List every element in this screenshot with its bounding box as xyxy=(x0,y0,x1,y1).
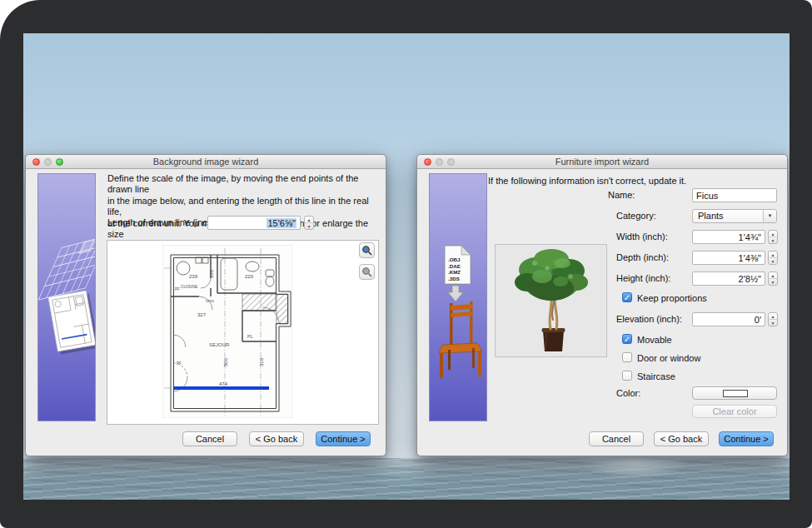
minimize-button[interactable] xyxy=(44,158,52,166)
continue-button[interactable]: Continue > xyxy=(719,431,774,446)
keep-proportions-label: Keep proportions xyxy=(637,293,707,303)
color-picker-button[interactable] xyxy=(692,386,777,400)
selected-value: 15'6⅝" xyxy=(267,218,296,228)
height-input[interactable] xyxy=(692,271,765,286)
ocean-horizon xyxy=(23,458,790,500)
wizard-sidebar-illustration: .OBJ .DAE .KMZ .3DS xyxy=(429,173,487,421)
height-label: Height (inch): xyxy=(616,271,670,286)
zoom-in-icon xyxy=(361,245,372,256)
color-swatch xyxy=(723,390,748,397)
category-value: Plants xyxy=(698,211,724,221)
svg-text:.KMZ: .KMZ xyxy=(448,269,461,275)
cancel-button[interactable]: Cancel xyxy=(589,431,644,446)
svg-text:PF: PF xyxy=(177,361,182,366)
titlebar[interactable]: Background image wizard xyxy=(26,155,386,169)
go-back-button[interactable]: < Go back xyxy=(654,431,709,446)
zoom-out-button[interactable] xyxy=(359,264,375,280)
category-dropdown[interactable]: Plants ▼ xyxy=(692,209,777,223)
svg-text:PF: PF xyxy=(175,287,180,291)
stepper-down-icon[interactable]: ▼ xyxy=(305,223,313,230)
stepper-up-icon[interactable]: ▲ xyxy=(305,217,313,223)
svg-text:319: 319 xyxy=(259,357,264,366)
keep-proportions-checkbox[interactable]: ✓ xyxy=(622,292,632,302)
staircase-checkbox[interactable] xyxy=(622,371,632,381)
close-button[interactable] xyxy=(424,158,431,166)
depth-input[interactable] xyxy=(692,251,765,265)
color-label: Color: xyxy=(616,386,640,401)
chevron-down-icon: ▼ xyxy=(763,210,776,222)
movable-label: Movable xyxy=(637,335,672,345)
name-input[interactable] xyxy=(692,188,777,202)
door-or-window-label: Door or window xyxy=(637,353,700,363)
svg-text:vmc: vmc xyxy=(206,298,214,303)
floorplan-perspective-art xyxy=(38,174,95,421)
name-label: Name: xyxy=(608,188,635,202)
staircase-label: Staircase xyxy=(637,371,675,381)
svg-text:.DAE: .DAE xyxy=(448,263,461,269)
svg-text:220: 220 xyxy=(245,274,254,279)
clear-color-button[interactable]: Clear color xyxy=(692,405,777,418)
zoom-in-button[interactable] xyxy=(359,242,375,258)
elevation-label: Elevation (inch): xyxy=(616,312,682,326)
width-stepper[interactable]: ▲▼ xyxy=(768,230,778,244)
length-stepper[interactable]: ▲▼ xyxy=(304,216,314,230)
elevation-input[interactable] xyxy=(692,312,765,326)
titlebar[interactable]: Furniture import wizard xyxy=(417,155,787,169)
minimize-button[interactable] xyxy=(436,158,443,166)
svg-text:.3DS: .3DS xyxy=(448,276,460,281)
continue-button[interactable]: Continue > xyxy=(316,431,371,446)
close-button[interactable] xyxy=(32,158,40,166)
maximize-button[interactable] xyxy=(56,158,63,166)
svg-text:474: 474 xyxy=(219,381,228,386)
intro-text: If the following information isn't corre… xyxy=(488,176,780,187)
window-title: Furniture import wizard xyxy=(417,155,787,169)
svg-text:506: 506 xyxy=(223,357,228,366)
model-import-art: .OBJ .DAE .KMZ .3DS xyxy=(430,174,486,421)
width-label: Width (inch): xyxy=(616,230,668,244)
height-stepper[interactable]: ▲▼ xyxy=(768,271,778,286)
ficus-preview-image xyxy=(496,245,606,356)
model-preview-panel[interactable] xyxy=(495,244,607,357)
screen-frame: Background image wizard xyxy=(0,0,812,528)
window-title: Background image wizard xyxy=(26,155,386,169)
drawn-line-length-label: Length of drawn line (inch): xyxy=(107,216,218,230)
drawn-line-length-input[interactable]: 15'6⅝" xyxy=(207,216,301,230)
elevation-stepper[interactable]: ▲▼ xyxy=(768,312,778,326)
svg-text:239: 239 xyxy=(189,274,198,279)
width-input[interactable] xyxy=(692,230,765,244)
floor-plan-image: 239 200 220 327 506 319 474 CUISINE vmc … xyxy=(162,245,292,418)
arrow-down-icon xyxy=(448,286,463,301)
zoom-out-icon xyxy=(361,266,372,277)
furniture-import-wizard-window: Furniture import wizard .OBJ .DAE .KMZ .… xyxy=(416,154,788,456)
maximize-button[interactable] xyxy=(447,158,455,166)
category-label: Category: xyxy=(616,209,656,223)
background-image-view[interactable]: 239 200 220 327 506 319 474 CUISINE vmc … xyxy=(107,240,379,425)
go-back-button[interactable]: < Go back xyxy=(249,431,304,446)
svg-text:CUISINE: CUISINE xyxy=(181,284,198,289)
desktop-wallpaper: Background image wizard xyxy=(23,33,790,500)
svg-text:SEJOUR: SEJOUR xyxy=(209,342,230,347)
svg-text:327: 327 xyxy=(197,312,207,317)
movable-checkbox[interactable]: ✓ xyxy=(622,334,632,344)
cancel-button[interactable]: Cancel xyxy=(182,431,237,446)
svg-text:.OBJ: .OBJ xyxy=(448,257,461,262)
background-image-wizard-window: Background image wizard xyxy=(25,154,386,456)
wizard-sidebar-illustration xyxy=(37,173,96,421)
depth-label: Depth (inch): xyxy=(616,251,669,265)
svg-text:PL: PL xyxy=(247,334,253,339)
svg-text:200: 200 xyxy=(209,269,214,278)
depth-stepper[interactable]: ▲▼ xyxy=(768,251,778,265)
chair-art xyxy=(439,301,482,378)
door-or-window-checkbox[interactable] xyxy=(622,352,632,362)
